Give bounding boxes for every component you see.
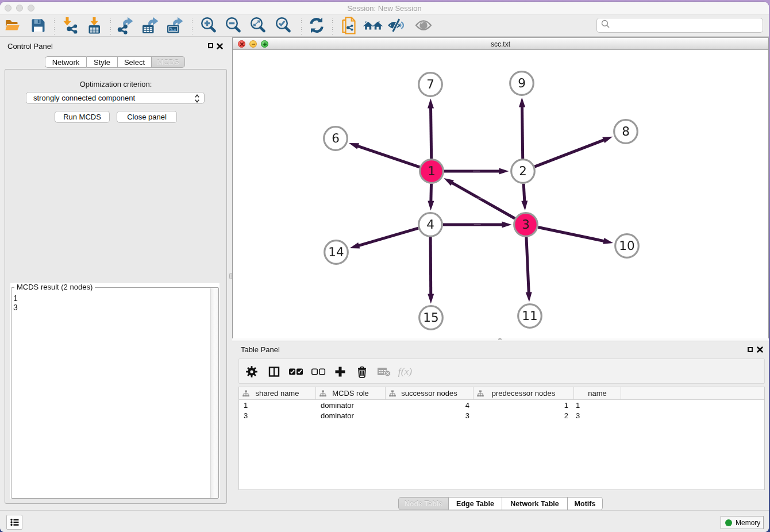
node-label-14: 14 [328,245,344,260]
edge-3-10[interactable] [538,227,605,241]
edge-4-14[interactable] [358,228,418,246]
export-image-icon[interactable] [165,16,185,34]
zoom-fit-icon[interactable] [248,16,268,34]
control-tab-mcds[interactable]: MCDS [152,56,185,68]
search-input[interactable] [596,18,763,33]
zoom-in-icon[interactable] [199,16,218,34]
edge-label [474,224,481,225]
node-label-3: 3 [522,218,530,232]
run-mcds-button[interactable]: Run MCDS [55,111,110,123]
memory-button[interactable]: Memory [721,516,764,529]
table-cell: 1 [473,401,574,411]
close-panel-icon[interactable] [217,43,222,49]
table-tab-edge-table[interactable]: Edge Table [449,497,502,510]
node-label-15: 15 [423,311,438,325]
column-header-successor-nodes[interactable]: successor nodes [386,387,473,400]
network-window: scc.txt 1234678910111415 [232,37,769,338]
delete-table-icon[interactable] [375,363,392,380]
control-tab-style[interactable]: Style [87,56,118,68]
toolbar-separator [110,18,111,35]
node-label-2: 2 [519,164,527,179]
open-file-icon[interactable] [3,16,22,34]
zoom-selected-icon[interactable] [274,16,293,34]
first-neighbors-icon[interactable] [363,16,383,34]
hide-selected-icon[interactable] [387,16,407,34]
float-panel-icon[interactable] [208,43,213,48]
edge-arrowhead [521,201,528,210]
table-cell: 3 [574,411,621,421]
node-label-4: 4 [426,218,434,232]
table-cell: 2 [473,411,574,421]
control-tab-select[interactable]: Select [118,56,152,68]
toolbar-separator [192,18,192,35]
mcds-tab-panel: Optimization criterion: strongly connect… [5,69,227,504]
result-scrollbar[interactable] [210,288,218,498]
table-tab-network-table[interactable]: Network Table [502,497,568,510]
edge-3-11[interactable] [526,237,529,294]
node-label-6: 6 [332,132,340,146]
select-all-check-icon[interactable] [287,363,305,380]
column-header-shared-name[interactable]: shared name [239,387,316,400]
table-cell: 3 [239,411,316,421]
network-canvas[interactable]: 1234678910111415 [233,51,768,338]
table-cell: 1 [574,401,621,411]
edge-arrowhead [428,294,434,303]
network-from-selection-icon[interactable] [339,16,359,34]
dropdown-arrows-icon [194,94,200,105]
edge-label [473,171,480,171]
import-network-icon[interactable] [60,16,80,34]
apply-layout-icon[interactable] [307,16,326,34]
edge-1-7[interactable] [431,107,432,159]
edge-arrowhead [428,98,434,108]
import-table-icon[interactable] [86,16,105,34]
edge-1-6[interactable] [357,146,419,167]
edge-2-3[interactable] [523,184,525,202]
edge-arrowhead [499,168,509,175]
edge-2-8[interactable] [534,140,605,167]
column-header-name[interactable]: name [574,387,621,400]
memory-label: Memory [736,518,760,526]
export-table-icon[interactable] [141,16,160,34]
control-panel: Control Panel NetworkStyleSelectMCDS Opt… [0,37,232,510]
node-label-10: 10 [619,239,634,253]
task-history-button[interactable] [6,515,22,530]
column-label: predecessor nodes [473,389,573,398]
add-row-icon[interactable] [332,363,349,380]
horizontal-splitter-handle[interactable] [498,338,502,340]
table-float-icon[interactable] [748,347,753,352]
criterion-dropdown[interactable]: strongly connected component [26,92,205,104]
export-network-icon[interactable] [116,16,136,34]
show-all-icon[interactable] [414,16,433,34]
edge-1-4[interactable] [431,184,432,202]
app-title: Session: New Session [0,4,769,13]
table-panel-title: Table Panel [241,345,280,354]
column-header-predecessor-nodes[interactable]: predecessor nodes [473,387,574,400]
table-tab-motifs[interactable]: Motifs [568,497,603,510]
node-label-9: 9 [518,76,526,91]
column-label: name [574,389,621,398]
column-header-MCDS-role[interactable]: MCDS role [316,387,386,400]
edge-4-15[interactable] [430,237,431,295]
close-panel-button[interactable]: Close panel [117,111,177,123]
network-window-titlebar[interactable]: scc.txt [233,38,768,50]
table-close-icon[interactable] [757,346,763,352]
deselect-all-icon[interactable] [310,363,327,380]
app-titlebar[interactable]: Session: New Session [0,2,769,14]
svg-text:f(x): f(x) [398,365,413,377]
edge-3-1[interactable] [451,182,515,218]
table-settings-icon[interactable] [243,363,260,380]
table-tab-node-table[interactable]: Node Table [398,497,449,510]
table-row[interactable]: 1dominator411 [239,400,764,411]
column-label: successor nodes [386,389,473,398]
edge-2-9[interactable] [522,106,523,159]
control-tab-network[interactable]: Network [45,56,87,68]
edge-arrowhead [603,238,613,244]
memory-status-icon [725,519,732,526]
main-toolbar [0,15,769,37]
save-session-icon[interactable] [28,16,48,34]
zoom-out-icon[interactable] [224,16,243,34]
show-columns-icon[interactable] [265,363,283,380]
delete-row-icon[interactable] [353,363,371,380]
table-row[interactable]: 3dominator323 [239,411,764,421]
function-builder-icon[interactable]: f(x) [397,363,414,380]
